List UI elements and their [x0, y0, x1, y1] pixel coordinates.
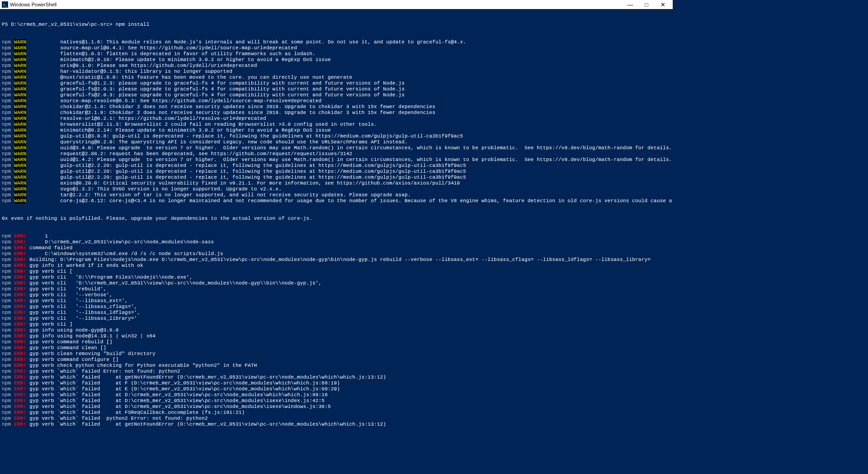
err-message: gyp verb `which` failed at D:\crmeb_mer_… [29, 398, 325, 403]
warn-tag: WARN [14, 180, 26, 186]
warn-line: npm WARN chokidar@2.1.8: Chokidar 2 does… [2, 104, 671, 110]
npm-tag: npm [2, 380, 11, 386]
npm-tag: npm [2, 92, 11, 98]
err-message: gyp verb cli '--verbose', [29, 292, 113, 298]
npm-tag: npm [2, 45, 11, 51]
err-message: gyp verb cli 'D:\\Program Files\\nodejs\… [29, 275, 192, 280]
npm-tag: npm [2, 398, 11, 403]
err-line: npm ERR! gyp verb cli 'D:\\Program Files… [2, 275, 671, 280]
npm-tag: npm [2, 280, 11, 286]
warn-line: npm WARN uuid@1.4.2: Please upgrade to v… [2, 157, 671, 163]
err-message: gyp verb `which` failed at E (D:\crmeb_m… [29, 386, 340, 392]
terminal-output[interactable]: PS D:\crmeb_mer_v2_0531\view\pc-src> npm… [0, 9, 673, 434]
err-line: npm ERR! gyp verb cli '--libsass_library… [2, 316, 671, 322]
err-tag: ERR! [14, 416, 26, 421]
err-line: npm ERR! Building: D:\Program Files\node… [2, 257, 671, 263]
npm-tag: npm [2, 151, 11, 156]
err-message: gyp verb cli '--libsass_library=' [29, 316, 137, 321]
warn-message: flatten@1.0.3: flatten is deprecated in … [60, 51, 316, 57]
npm-tag: npm [2, 339, 11, 345]
err-tag: ERR! [14, 292, 26, 298]
warn-tag: WARN [14, 45, 26, 51]
err-line: npm ERR! gyp verb `which` failed at getN… [2, 374, 671, 380]
npm-tag: npm [2, 286, 11, 292]
err-line: npm ERR! gyp verb `which` failed at F (D… [2, 380, 671, 386]
err-line: npm ERR! gyp verb cli '--libsass_cflags=… [2, 304, 671, 310]
err-message: gyp verb command configure [] [29, 357, 118, 362]
warn-tag: WARN [14, 192, 26, 198]
warn-tag: WARN [14, 92, 26, 98]
warn-line: npm WARN resolve-url@0.2.1: https://gith… [2, 116, 671, 122]
err-line: npm ERR! gyp info using node@14.19.1 | w… [2, 333, 671, 339]
npm-tag: npm [2, 386, 11, 392]
warn-message: gulp-util@2.2.20: gulp-util is deprecate… [60, 169, 466, 174]
npm-tag: npm [2, 410, 11, 415]
warn-tag: WARN [14, 151, 26, 156]
npm-tag: npm [2, 51, 11, 57]
npm-tag: npm [2, 310, 11, 315]
npm-tag: npm [2, 327, 11, 333]
warn-tag: WARN [14, 51, 26, 57]
err-message: gyp verb command rebuild [] [29, 339, 113, 345]
warn-line: npm WARN urix@0.1.0: Please see https://… [2, 63, 671, 69]
err-line: npm ERR! gyp verb `which` failed at D:\c… [2, 398, 671, 404]
err-message: gyp verb `which` failed at FSReqCallback… [29, 410, 245, 415]
npm-tag: npm [2, 192, 11, 198]
warn-message: source-map-url@0.4.1: See https://github… [60, 45, 297, 51]
warn-line: npm WARN gulp-util@2.2.20: gulp-util is … [2, 163, 671, 169]
npm-tag: npm [2, 263, 11, 268]
warn-message: graceful-fs@1.2.3: please upgrade to gra… [60, 81, 405, 86]
npm-tag: npm [2, 416, 11, 421]
warn-line: npm WARN gulp-util@3.0.8: gulp-util is d… [2, 133, 671, 139]
err-message: gyp verb cli 'rebuild', [29, 286, 106, 292]
close-button[interactable]: ✕ [655, 1, 671, 8]
err-line: npm ERR! gyp info it worked if it ends w… [2, 263, 671, 269]
err-message: 1 [29, 233, 48, 239]
err-tag: ERR! [14, 275, 26, 280]
err-line: npm ERR! gyp verb check python checking … [2, 363, 671, 369]
err-tag: ERR! [14, 422, 26, 427]
err-message: gyp info using node@14.19.1 | win32 | x6… [29, 333, 156, 339]
err-line: npm ERR! D:\crmeb_mer_v2_0531\view\pc-sr… [2, 239, 671, 245]
err-line: npm ERR! gyp verb cli 'D:\\crmeb_mer_v2_… [2, 280, 671, 286]
warn-message: svgo@1.3.2: This SVGO version is no long… [60, 186, 282, 192]
err-line: npm ERR! gyp verb cli '--libsass_ldflags… [2, 310, 671, 316]
warn-tag: WARN [14, 157, 26, 162]
err-tag: ERR! [14, 339, 26, 345]
err-message: gyp verb `which` failed python2 Error: n… [29, 416, 208, 421]
warn-message: request@2.88.2: request has been depreca… [60, 151, 352, 156]
warn-message: minimatch@2.0.10: Please update to minim… [60, 57, 331, 62]
err-tag: ERR! [14, 263, 26, 268]
err-line: npm ERR! gyp verb command clean [] [2, 345, 671, 351]
err-message: gyp verb check python checking for Pytho… [29, 363, 257, 368]
maximize-button[interactable]: □ [638, 1, 655, 8]
warn-line: npm WARN gulp-util@2.2.20: gulp-util is … [2, 175, 671, 180]
err-tag: ERR! [14, 327, 26, 333]
warn-line: npm WARN @nuxt/static@1.0.0: this featur… [2, 75, 671, 81]
warn-line: npm WARN tar@2.2.2: This version of tar … [2, 192, 671, 198]
warn-tag: WARN [14, 163, 26, 168]
npm-tag: npm [2, 133, 11, 139]
err-tag: ERR! [14, 239, 26, 245]
err-line: npm ERR! gyp verb `which` failed at D:\c… [2, 404, 671, 410]
warn-tag: WARN [14, 186, 26, 192]
err-message: gyp verb `which` failed at getNotFoundEr… [29, 422, 386, 427]
warn-message: tar@2.2.2: This version of tar is no lon… [60, 192, 410, 198]
err-tag: ERR! [14, 333, 26, 339]
warn-line: npm WARN axios@0.20.0: Critical security… [2, 180, 671, 186]
warn-message: graceful-fs@2.0.3: please upgrade to gra… [60, 86, 405, 92]
err-tag: ERR! [14, 386, 26, 392]
npm-tag: npm [2, 169, 11, 174]
npm-tag: npm [2, 322, 11, 327]
warn-tag: WARN [14, 86, 26, 92]
warn-tag: WARN [14, 98, 26, 104]
npm-tag: npm [2, 304, 11, 309]
err-message: gyp verb cli '--libsass_ext=', [29, 298, 128, 303]
warn-tag: WARN [14, 139, 26, 145]
err-tag: ERR! [14, 404, 26, 409]
minimize-button[interactable]: — [622, 1, 638, 8]
err-tag: ERR! [14, 398, 26, 403]
err-line: npm ERR! gyp verb command rebuild [] [2, 339, 671, 345]
npm-tag: npm [2, 98, 11, 104]
warn-tag: WARN [14, 169, 26, 174]
